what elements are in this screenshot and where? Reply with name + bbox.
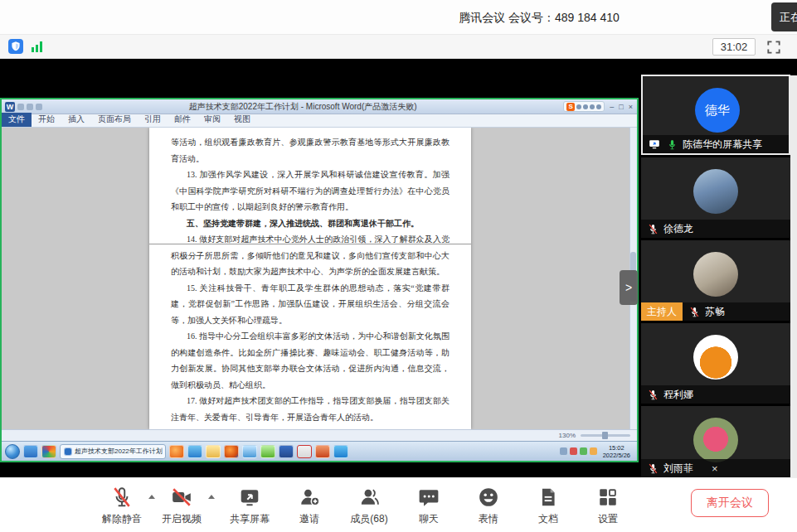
tray-icon[interactable] [570,447,577,455]
sharing-status-badge: 正在屏幕共享 [771,2,797,31]
ime-toolbar[interactable]: S [563,101,605,112]
members-button[interactable]: 成员(68) [345,486,393,526]
meeting-title: 腾讯会议 会议号：489 184 410 [315,0,763,35]
ie-icon[interactable] [23,445,38,458]
participant-tile[interactable]: 刘雨菲 × [641,406,790,477]
share-screen-button[interactable]: 共享屏幕 [226,486,274,526]
mic-muted-icon [648,224,658,235]
host-badge: 主持人 [641,302,683,321]
tab-references[interactable]: 引用 [138,113,168,127]
fullscreen-icon[interactable] [765,39,782,56]
mic-options-caret[interactable] [146,495,158,499]
qq-browser-icon[interactable] [242,445,257,458]
word-quick-access-toolbar: W [2,102,42,112]
unmute-button[interactable]: 解除静音 [98,486,146,526]
active-task-button[interactable]: 超声技术支部2022年工作计划 [60,444,166,459]
invite-button[interactable]: 邀请 [285,486,333,526]
system-tray: 15:02 2022/5/26 [560,444,634,459]
close-icon[interactable]: × [629,103,633,111]
word-taskbar-icon[interactable] [279,445,294,458]
redo-icon[interactable] [36,104,42,110]
powerpoint-icon[interactable] [315,445,330,458]
window-titlebar: 腾讯会议 会议号：489 184 410 正在屏幕共享 [0,0,797,35]
leave-meeting-button[interactable]: 离开会议 [691,489,769,517]
tab-home[interactable]: 开始 [32,113,61,127]
button-label: 文档 [538,512,558,526]
avatar-photo [693,252,738,297]
tab-insert[interactable]: 插入 [61,113,91,127]
emoji-icon [478,486,499,508]
participant-tile-host[interactable]: 主持人 苏畅 [641,240,790,321]
tab-view[interactable]: 视图 [227,113,257,127]
word-logo-icon: W [5,102,15,112]
maximize-icon[interactable]: □ [619,103,623,111]
ime-mode-icon [576,104,581,109]
participant-tile-sharer[interactable]: 德华 陈德华的屏幕共享 [641,75,790,155]
task-icon [64,447,72,456]
invite-icon [299,486,320,508]
media-player-icon[interactable] [169,445,184,458]
docs-button[interactable]: 文档 [524,486,572,526]
participant-tile[interactable]: 程利娜 [641,323,790,404]
mic-muted-icon [689,307,700,317]
tray-icon[interactable] [590,447,597,455]
tab-review[interactable]: 审阅 [197,113,227,127]
doc-paragraph: 17. 做好对超声技术团支部的工作指导，指导团支部换届，指导团支部关注青年、关爱… [171,393,450,425]
zoom-slider[interactable] [581,434,630,437]
start-video-button[interactable]: 开启视频 [158,486,206,526]
emoji-button[interactable]: 表情 [464,486,513,526]
participant-tile[interactable]: 徐德龙 [641,157,790,238]
button-label: 成员(68) [350,512,387,526]
start-button[interactable] [5,444,20,459]
zoom-slider-handle[interactable] [602,432,608,439]
save-icon[interactable] [17,104,24,110]
button-label: 邀请 [299,512,319,526]
doc-paragraph: 15. 关注科技骨干、青年职工及学生群体的思想动态，落实“党建带群建，党群促创新… [171,280,450,329]
tab-mailings[interactable]: 邮件 [168,113,197,127]
doc-paragraph: 16. 指导中心分工会组织丰富多彩的文体活动，为中心和谐创新文化氛围的构建创造条… [171,328,450,393]
active-task-title: 超声技术支部2022年工作计划 [75,447,163,456]
meeting-app-icon[interactable] [333,445,348,458]
participant-label: 刘雨菲 × [641,459,790,477]
chat-icon [418,486,440,508]
network-signal-icon[interactable] [32,41,45,52]
members-icon [358,486,380,508]
undo-icon[interactable] [27,104,33,110]
pdf-icon[interactable] [297,445,312,458]
browser-360-icon[interactable] [41,445,56,458]
document-icon [537,486,559,508]
app-green-icon[interactable] [260,445,275,458]
page-break-line [149,244,471,245]
word-document-area: 等活动，组织观看廉政教育片、参观廉政警示教育基地等形式大开展廉政教育活动。 13… [2,128,637,429]
tray-icon[interactable] [580,447,587,455]
document-page: 等活动，组织观看廉政教育片、参观廉政警示教育基地等形式大开展廉政教育活动。 13… [149,128,471,429]
participant-label: 陈德华的屏幕共享 [643,135,789,153]
participant-name: 陈德华的屏幕共享 [683,138,762,152]
sidebar-scroll-strip[interactable] [790,75,797,477]
dismiss-icon[interactable]: × [712,462,718,475]
ie-pinned-icon[interactable] [187,445,202,458]
participant-name: 刘雨菲 [663,462,693,476]
settings-button[interactable]: 设置 [584,486,632,526]
meeting-protection-icon[interactable] [8,39,23,54]
sidebar-collapse-button[interactable]: > [620,270,638,305]
minimize-icon[interactable]: – [610,103,614,111]
clock-date: 2022/5/26 [603,452,630,459]
button-label: 共享屏幕 [230,512,270,526]
tab-file[interactable]: 文件 [2,113,32,127]
explorer-folder-icon[interactable] [206,445,221,458]
tab-page-layout[interactable]: 页面布局 [91,113,138,127]
button-label: 表情 [479,512,498,526]
video-options-caret[interactable] [206,495,217,499]
settings-grid-icon [597,486,619,508]
chat-button[interactable]: 聊天 [405,486,453,526]
shared-screen-region: W 超声技术支部2022年工作计划 - Microsoft Word(产品激活失… [0,98,639,462]
avatar-photo [693,335,738,380]
firefox-icon[interactable] [224,445,239,458]
avatar-photo [693,169,738,214]
avatar-initials: 德华 [695,88,740,133]
tray-icon[interactable] [560,447,567,455]
doc-heading: 五、坚持党建带群建，深入推进统战、群团和离退休干部工作。 [171,215,450,232]
meeting-control-bar: 解除静音 开启视频 共享屏幕 邀请 [0,477,797,532]
sogou-ime-icon: S [566,103,575,111]
